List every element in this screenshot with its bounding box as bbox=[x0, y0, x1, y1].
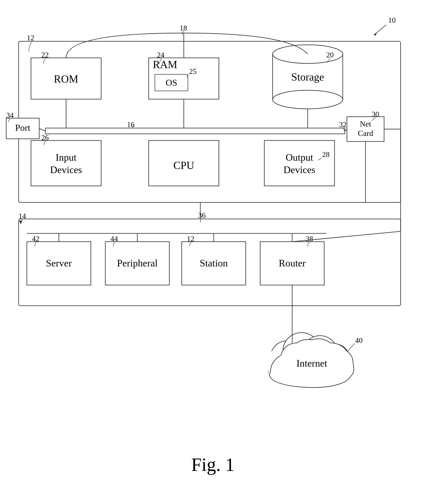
input-devices-box bbox=[31, 140, 101, 186]
svg-point-13 bbox=[307, 362, 329, 385]
netcard-to-router3 bbox=[292, 231, 401, 242]
netcard-label: Net bbox=[360, 120, 371, 128]
internet-label: Internet bbox=[296, 358, 327, 369]
port-box bbox=[6, 118, 39, 139]
rom-label: ROM bbox=[54, 73, 78, 85]
svg-marker-3 bbox=[19, 221, 22, 224]
ref-28-label: 28 bbox=[322, 150, 330, 159]
svg-rect-9 bbox=[270, 360, 351, 380]
svg-point-4 bbox=[270, 341, 304, 374]
ref-42-label: 42 bbox=[32, 235, 39, 243]
svg-point-6 bbox=[303, 336, 338, 371]
ref-38-label: 38 bbox=[305, 235, 313, 243]
peripheral-label: Peripheral bbox=[117, 258, 157, 268]
router-label: Router bbox=[279, 258, 306, 268]
ram-box bbox=[149, 58, 219, 99]
ref-36-label: 36 bbox=[198, 211, 206, 220]
netcard-box bbox=[347, 117, 384, 142]
ref-18-label: 18 bbox=[180, 24, 187, 32]
network-section-box bbox=[19, 219, 401, 306]
svg-point-7 bbox=[319, 344, 350, 375]
svg-line-1 bbox=[374, 25, 386, 35]
bus-line bbox=[45, 128, 345, 134]
ref-40-label: 40 bbox=[355, 336, 362, 345]
station-label: Station bbox=[200, 258, 228, 268]
server-box bbox=[27, 242, 91, 285]
ref-10-label: 10 bbox=[388, 16, 396, 24]
router-box bbox=[260, 242, 324, 285]
fig-label: Fig. 1 bbox=[191, 454, 234, 475]
svg-marker-2 bbox=[374, 32, 377, 36]
svg-point-12 bbox=[286, 362, 309, 385]
station-box bbox=[182, 242, 246, 285]
main-computer-box bbox=[19, 41, 401, 202]
storage-label: Storage bbox=[291, 71, 324, 83]
cpu-label: CPU bbox=[173, 159, 194, 171]
netcard-bus-line bbox=[345, 129, 347, 131]
internet-cloud: Internet bbox=[269, 332, 355, 388]
peripheral-box bbox=[105, 242, 169, 285]
netcard-label2: Card bbox=[358, 129, 373, 137]
cpu-box bbox=[149, 140, 219, 186]
input-devices-label2: Devices bbox=[50, 164, 82, 175]
storage-cylinder-body bbox=[273, 54, 343, 100]
ref-12-label: 12 bbox=[27, 34, 34, 42]
top-bus-arc bbox=[66, 33, 308, 58]
ref-22-label: 22 bbox=[41, 51, 49, 59]
port-label: Port bbox=[15, 123, 30, 133]
os-box bbox=[155, 74, 188, 91]
server-label: Server bbox=[46, 258, 72, 268]
output-devices-label2: Devices bbox=[284, 164, 316, 175]
ref-24-label: 24 bbox=[157, 51, 164, 59]
ref-16-label: 16 bbox=[127, 120, 135, 129]
svg-rect-0 bbox=[0, 0, 426, 504]
rom-box bbox=[31, 58, 101, 99]
svg-point-14 bbox=[328, 361, 349, 382]
ref-34-label: 34 bbox=[6, 111, 14, 119]
ref-25-label: 25 bbox=[189, 67, 197, 76]
port-bus-line bbox=[39, 129, 45, 131]
svg-rect-15 bbox=[269, 351, 355, 384]
storage-cylinder-bottom bbox=[273, 90, 343, 109]
ref-26-label: 26 bbox=[41, 133, 49, 142]
ref-44-label: 44 bbox=[110, 235, 118, 243]
svg-point-11 bbox=[269, 361, 289, 382]
ref-32-label: 32 bbox=[339, 120, 347, 129]
os-label: OS bbox=[166, 78, 177, 88]
svg-point-5 bbox=[283, 332, 320, 370]
output-devices-label: Output bbox=[286, 152, 313, 163]
ref-14-label: 14 bbox=[19, 212, 26, 220]
ram-label: RAM bbox=[153, 59, 177, 71]
input-devices-label: Input bbox=[56, 152, 77, 163]
ref-20-label: 20 bbox=[326, 51, 334, 59]
ref-12b-label: 12 bbox=[187, 235, 194, 243]
svg-point-8 bbox=[292, 352, 323, 383]
ref-30-label: 30 bbox=[372, 110, 379, 118]
storage-cylinder-top bbox=[273, 45, 343, 63]
output-devices-box bbox=[264, 140, 334, 186]
